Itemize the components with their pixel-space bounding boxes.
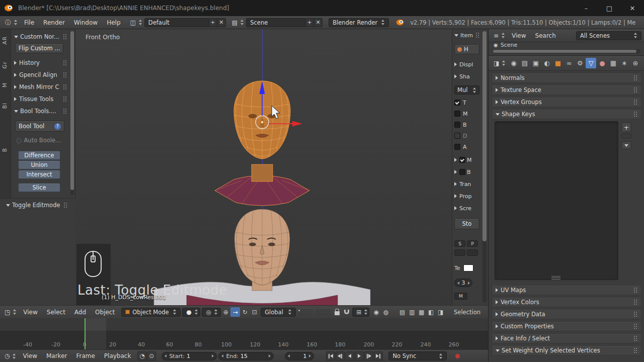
stepper-left-icon[interactable] — [165, 354, 167, 357]
shape-key-specials-button[interactable] — [621, 141, 631, 149]
checkbox-row-b[interactable]: B — [454, 121, 479, 129]
panel-drag-dots-icon[interactable] — [476, 33, 479, 38]
panel-header-normals[interactable]: Normals — [492, 73, 641, 83]
layer-dot[interactable] — [307, 309, 309, 312]
layer-dot[interactable] — [310, 309, 312, 312]
editor-type-info-button[interactable]: ⓘ — [3, 18, 20, 27]
panel-drag-dots-icon[interactable] — [63, 60, 67, 66]
stepper-left-icon[interactable] — [221, 354, 223, 357]
viewport-canvas[interactable] — [75, 29, 452, 305]
s-stepper[interactable]: S — [454, 240, 465, 247]
layer-dot[interactable] — [298, 313, 300, 315]
lock-time-button[interactable]: ⊙ — [147, 351, 156, 360]
mini-stepper[interactable] — [454, 249, 465, 256]
panel-drag-dots-icon[interactable] — [63, 34, 67, 40]
panel-drag-dots-icon[interactable] — [64, 203, 67, 208]
properties-tab-world[interactable]: ◐ — [541, 58, 552, 68]
properties-tab-modifiers[interactable]: ⚙ — [575, 58, 585, 68]
layer-dot[interactable] — [315, 313, 318, 315]
orientation-dropdown[interactable]: Global — [261, 308, 296, 317]
panel-header-screencast[interactable]: Scre — [454, 204, 479, 212]
layer-dot[interactable] — [325, 313, 327, 315]
stepper-left-icon[interactable] — [457, 282, 459, 285]
panel-drag-dots-icon[interactable] — [634, 300, 637, 305]
scene-field[interactable]: Scene — [246, 18, 305, 27]
checkbox-icon[interactable] — [459, 169, 465, 175]
timeline-editor[interactable]: -40 -20 0 20 40 60 80 100 120 140 160 18… — [0, 318, 488, 349]
viewport-extra-icon-2[interactable]: ▥ — [407, 307, 417, 317]
checkbox-checked-icon[interactable] — [454, 100, 460, 106]
panel-header-custom-normals[interactable]: Custom Nor... — [13, 32, 68, 41]
p-stepper[interactable]: P — [467, 240, 478, 247]
shading-dropdown[interactable]: ● — [182, 308, 200, 317]
preview-range-button[interactable]: ◔ — [137, 351, 146, 360]
slice-button[interactable]: Slice — [18, 183, 60, 192]
panel-header-vertex-colors[interactable]: Vertex Colors — [492, 297, 641, 307]
properties-tab-physics[interactable]: ⊛ — [630, 58, 640, 68]
properties-tab-particles[interactable]: ∗ — [619, 58, 629, 68]
tool-shelf-tab[interactable]: AR — [2, 36, 8, 44]
panel-header-mesh-mirror[interactable]: Mesh Mirror C — [13, 82, 68, 92]
end-frame-field[interactable]: End:15 — [218, 352, 274, 360]
difference-button[interactable]: Difference — [18, 151, 60, 160]
union-button[interactable]: Union — [18, 160, 60, 169]
panel-header-texture-space[interactable]: Texture Space — [492, 85, 641, 95]
object-name-field[interactable]: H — [454, 44, 479, 54]
checkbox-row-d[interactable]: D — [454, 132, 479, 140]
menu-view[interactable]: View — [19, 306, 42, 319]
sync-dropdown[interactable]: No Sync — [388, 351, 447, 360]
panel-drag-dots-icon[interactable] — [63, 72, 67, 78]
panel-header-gpencil-align[interactable]: Gpencil Align — [13, 70, 68, 79]
tool-shelf-tab[interactable]: M — [2, 82, 8, 87]
snap-element-dropdown[interactable]: ⊞ — [352, 308, 369, 317]
remove-shape-key-button[interactable] — [621, 134, 631, 138]
checkbox-icon[interactable] — [454, 144, 460, 150]
properties-tab-material[interactable]: ● — [597, 58, 607, 68]
layer-dot[interactable] — [315, 309, 318, 312]
manipulator-toggle-button[interactable]: ⊕ — [221, 307, 230, 317]
outliner-filter-dropdown[interactable]: All Scenes — [576, 31, 641, 40]
layer-dot[interactable] — [307, 313, 309, 315]
add-shape-key-button[interactable]: + — [621, 122, 631, 132]
pivot-dropdown[interactable]: ◎ — [202, 308, 221, 317]
menu-frame[interactable]: Frame — [71, 349, 99, 362]
shape-keys-list[interactable] — [495, 121, 618, 280]
editor-type-view3d-button[interactable]: ◳ — [3, 308, 19, 317]
viewport-extra-icon-3[interactable]: ▦ — [417, 307, 426, 317]
panel-header-shading[interactable]: Sha — [454, 72, 479, 80]
panel-header-display[interactable]: Displ — [454, 60, 479, 68]
stepper-right-icon[interactable] — [212, 354, 214, 357]
mode-dropdown[interactable]: Object Mode — [121, 308, 181, 317]
menu-search[interactable]: Search — [531, 29, 560, 42]
flip-custom-button[interactable]: Flip Custom ... — [15, 43, 63, 53]
next-keyframe-button[interactable] — [364, 351, 373, 360]
panel-drag-dots-icon[interactable] — [634, 75, 637, 81]
tool-shelf-tab[interactable]: B — [2, 148, 8, 152]
list-resize-grip[interactable] — [551, 276, 560, 280]
stop-screencast-button[interactable]: Sto — [454, 218, 479, 229]
properties-tab-object[interactable]: ■ — [552, 58, 563, 68]
opengl-render-image-button[interactable]: ◉ — [371, 307, 381, 317]
layer-dot[interactable] — [318, 313, 321, 315]
properties-tab-constraints[interactable]: ∞ — [564, 58, 574, 68]
multitexture-dropdown[interactable]: Mul — [454, 85, 479, 95]
menu-file[interactable]: File — [20, 16, 39, 29]
render-engine-dropdown[interactable]: Blender Render — [329, 18, 389, 27]
outliner-hscrollbar-thumb[interactable] — [493, 50, 636, 53]
screen-layout-icon-button[interactable]: ◫ — [128, 18, 144, 27]
delete-scene-button[interactable]: ✕ — [314, 18, 323, 27]
checkbox-checked-icon[interactable] — [459, 157, 465, 163]
properties-tab-texture[interactable]: ▦ — [608, 58, 618, 68]
properties-tab-scene[interactable]: ▣ — [530, 58, 541, 68]
panel-drag-dots-icon[interactable] — [634, 324, 637, 329]
panel-drag-dots-icon[interactable] — [63, 84, 67, 90]
editor-type-properties-button[interactable]: ◨ — [492, 59, 508, 68]
checkbox-icon[interactable] — [454, 122, 460, 128]
tool-shelf-tab[interactable]: Bl — [2, 103, 8, 109]
menu-object[interactable]: Object — [91, 306, 119, 319]
panel-header-set-weight[interactable]: Set Weight Only Selected Vertices — [492, 345, 641, 355]
selection-label[interactable]: Selection — [454, 309, 480, 316]
panel-header-tissue-tools[interactable]: Tissue Tools — [13, 95, 68, 104]
layer-dot[interactable] — [328, 309, 330, 312]
editor-type-outliner-button[interactable]: ≡ — [492, 31, 507, 40]
